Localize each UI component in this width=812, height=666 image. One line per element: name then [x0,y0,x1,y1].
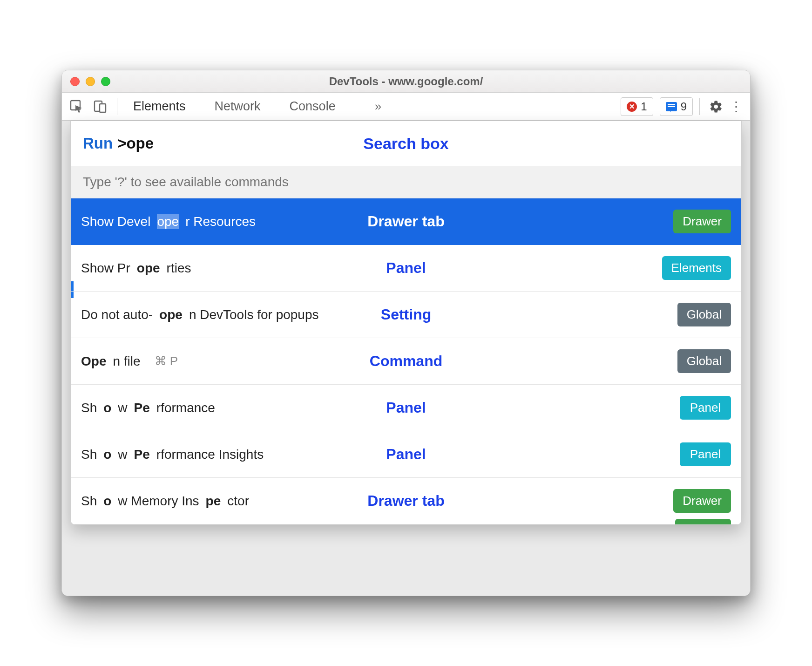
error-icon: ✕ [627,102,637,112]
annotation-type: Drawer tab [367,213,444,230]
message-icon [666,102,677,111]
result-badge: Panel [680,442,731,466]
command-result[interactable]: Show Developer Resources Drawer tab Draw… [71,198,741,245]
inspect-element-icon[interactable] [67,96,87,117]
result-text: Show Performance Insights [81,447,264,462]
devtools-toolbar: Elements Network Console » ✕ 1 9 ⋮ [62,93,750,121]
titlebar: DevTools - www.google.com/ [62,70,750,93]
result-text: Show Properties [81,261,191,276]
panel-tabs: Elements Network Console » [130,99,381,114]
command-menu: Run >ope Search box Type '?' to see avai… [70,121,742,525]
kebab-menu-icon[interactable]: ⋮ [729,99,744,114]
result-badge: Global [677,303,731,326]
result-badge: Elements [662,256,731,280]
command-result[interactable]: Do not auto-open DevTools for popups Set… [71,292,741,338]
result-text: Show Memory Inspector [81,494,249,509]
separator [117,98,117,115]
devtools-window: DevTools - www.google.com/ Elements Netw… [61,70,751,596]
command-result[interactable]: Show Memory Inspector Drawer tab Drawer [71,478,741,524]
command-result[interactable]: Show Properties Panel Elements [71,245,741,292]
result-badge: Drawer [673,210,731,233]
annotation-type: Panel [386,399,426,416]
errors-badge[interactable]: ✕ 1 [621,97,653,116]
search-query: >ope [117,135,154,152]
errors-count: 1 [641,100,647,113]
command-result[interactable]: Open file⌘ P Command Global [71,338,741,385]
annotation-type: Panel [386,259,426,277]
separator [699,98,700,115]
tab-elements[interactable]: Elements [130,99,189,114]
result-text: Show Performance [81,401,215,415]
result-badge: Panel [680,396,731,420]
shortcut: ⌘ P [155,354,178,368]
run-label: Run [83,135,113,152]
command-result[interactable]: Show Performance Panel Panel [71,385,741,431]
messages-count: 9 [681,100,687,113]
annotation-type: Drawer tab [367,492,444,510]
messages-badge[interactable]: 9 [660,97,693,116]
gear-icon[interactable] [706,100,726,114]
content-area: Run >ope Search box Type '?' to see avai… [62,121,750,596]
result-text: Do not auto-open DevTools for popups [81,307,319,322]
svg-rect-2 [100,104,106,112]
result-text: Show Developer Resources [81,214,256,229]
annotation-type: Command [370,353,442,370]
more-tabs-icon[interactable]: » [375,99,381,114]
window-title: DevTools - www.google.com/ [62,75,750,88]
command-search-row[interactable]: Run >ope Search box [71,121,741,166]
command-hint: Type '?' to see available commands [71,166,741,198]
device-toolbar-icon[interactable] [90,96,110,117]
command-result[interactable]: Show Performance Insights Panel Panel [71,431,741,478]
annotation-type: Panel [386,446,426,463]
annotation-type: Setting [381,306,431,323]
next-result-peek [675,519,731,525]
result-text: Open file⌘ P [81,354,178,369]
result-badge: Drawer [673,489,731,513]
tab-console[interactable]: Console [287,99,338,114]
tab-network[interactable]: Network [212,99,264,114]
annotation-search-box: Search box [71,135,741,153]
result-badge: Global [677,349,731,373]
